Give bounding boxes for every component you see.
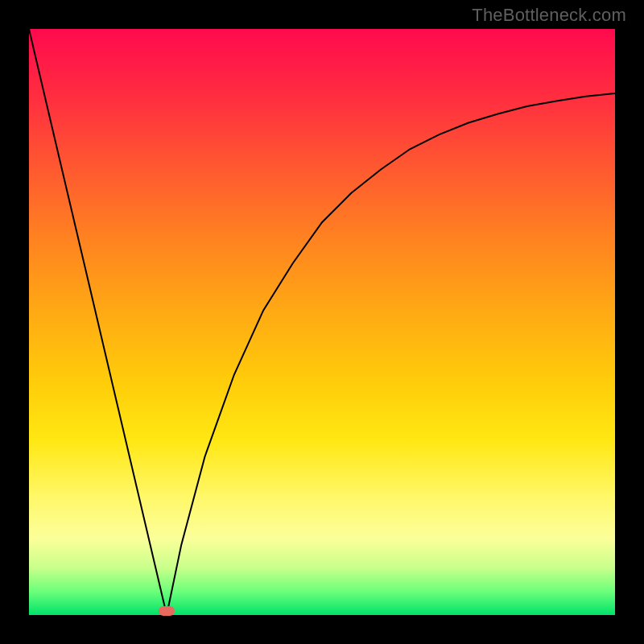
chart-frame: TheBottleneck.com	[0, 0, 644, 644]
watermark-text: TheBottleneck.com	[472, 5, 626, 26]
plot-area	[29, 29, 615, 615]
minimum-marker	[159, 606, 175, 616]
curve-svg	[29, 29, 615, 615]
curve-path	[29, 29, 615, 615]
